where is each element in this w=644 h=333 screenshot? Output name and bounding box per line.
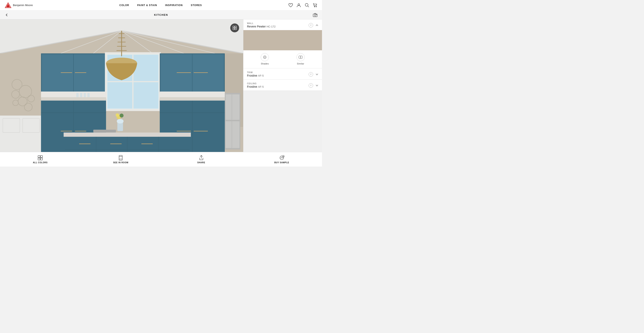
svg-rect-46: [41, 92, 106, 97]
similar-label: Similar: [297, 62, 304, 65]
wall-section-header[interactable]: WALL Revere Pewter HC-172 i: [243, 20, 322, 30]
back-button[interactable]: [4, 12, 10, 18]
svg-point-9: [316, 14, 317, 15]
kitchen-image: [0, 20, 243, 166]
wall-color-name: Revere Pewter HC-172: [247, 25, 276, 28]
user-icon[interactable]: [296, 3, 301, 8]
wall-info-button[interactable]: i: [309, 23, 313, 28]
wall-header-actions: i: [309, 23, 318, 28]
wall-section: WALL Revere Pewter HC-172 i: [243, 20, 322, 68]
svg-rect-107: [235, 26, 236, 28]
see-in-room-button[interactable]: SEE IN ROOM: [80, 155, 161, 164]
svg-rect-117: [40, 158, 42, 160]
trim-header-actions: i: [309, 72, 318, 76]
secondary-bar: KITCHEN: [0, 10, 322, 20]
trim-paint-name: Frostine: [247, 74, 257, 77]
logo-area[interactable]: Benjamin Moore: [5, 2, 33, 8]
right-panel: WALL Revere Pewter HC-172 i: [243, 20, 322, 166]
buy-sample-icon: [279, 155, 284, 160]
svg-rect-56: [226, 121, 240, 148]
similar-icon: [298, 55, 303, 59]
nav-paint-stain[interactable]: PAINT & STAIN: [137, 4, 157, 7]
svg-rect-106: [233, 26, 234, 28]
brand-name: Benjamin Moore: [13, 4, 33, 7]
trim-chevron-icon[interactable]: [316, 73, 318, 76]
brand-logo: [5, 2, 11, 8]
svg-rect-45: [41, 97, 106, 101]
svg-point-5: [314, 6, 315, 7]
similar-icon-wrapper: [296, 53, 304, 61]
svg-point-113: [300, 56, 302, 58]
ceiling-section-info: CEILING Frostine AF-5: [247, 82, 264, 88]
svg-rect-55: [226, 94, 240, 120]
svg-rect-52: [160, 97, 225, 101]
similar-action[interactable]: Similar: [296, 53, 304, 65]
trim-section: TRIM Frostine AF-5 i: [243, 68, 322, 79]
ceiling-section: CEILING Frostine AF-5 i: [243, 80, 322, 90]
svg-point-6: [316, 6, 316, 7]
svg-rect-71: [94, 130, 116, 132]
see-in-room-label: SEE IN ROOM: [113, 162, 128, 164]
search-icon[interactable]: [304, 3, 309, 8]
shades-icon: [263, 55, 267, 59]
wall-paint-code: HC-172: [266, 25, 276, 28]
wall-actions: Shades Similar: [243, 50, 322, 68]
trim-label: TRIM: [247, 71, 264, 74]
ceiling-info-button[interactable]: i: [309, 83, 313, 88]
share-icon: [199, 155, 204, 160]
ceiling-section-header[interactable]: CEILING Frostine AF-5 i: [243, 80, 322, 90]
grid-toggle-button[interactable]: [230, 24, 239, 32]
all-colors-button[interactable]: ALL COLORS: [0, 155, 80, 164]
all-colors-icon: [38, 155, 43, 160]
trim-paint-code: AF-5: [258, 74, 264, 77]
svg-point-2: [298, 4, 300, 5]
svg-line-4: [308, 6, 309, 7]
shades-action[interactable]: Shades: [261, 53, 269, 65]
svg-rect-109: [235, 28, 236, 30]
wall-label: WALL: [247, 22, 276, 24]
bottom-toolbar: ALL COLORS SEE IN ROOM SHARE: [0, 152, 322, 166]
room-area: [0, 20, 243, 166]
trim-info-button[interactable]: i: [309, 72, 313, 76]
camera-button[interactable]: [312, 12, 318, 18]
svg-point-101: [116, 113, 119, 117]
buy-sample-button[interactable]: BUY SAMPLE: [242, 155, 322, 164]
share-label: SHARE: [197, 162, 205, 164]
nav-stores[interactable]: STORES: [191, 4, 202, 7]
svg-point-98: [117, 119, 124, 124]
svg-rect-118: [119, 156, 122, 160]
share-button[interactable]: SHARE: [161, 155, 242, 164]
nav-color[interactable]: COLOR: [120, 4, 129, 7]
wall-paint-name: Revere Pewter: [247, 25, 266, 28]
top-nav: Benjamin Moore COLOR PAINT & STAIN INSPI…: [0, 0, 322, 10]
svg-rect-60: [64, 132, 191, 137]
ceiling-paint-code: AF-5: [258, 85, 264, 88]
shades-icon-wrapper: [261, 53, 269, 61]
svg-rect-104: [84, 93, 86, 97]
cart-icon[interactable]: [313, 3, 317, 8]
wall-color-swatch: [243, 30, 322, 50]
ceiling-color-name: Frostine AF-5: [247, 85, 264, 88]
grid-icon: [232, 26, 237, 30]
svg-point-8: [314, 14, 316, 16]
trim-section-info: TRIM Frostine AF-5: [247, 71, 264, 77]
ceiling-chevron-icon[interactable]: [316, 84, 318, 87]
svg-rect-53: [160, 92, 225, 97]
nav-icons: [288, 3, 317, 8]
page-title: KITCHEN: [154, 13, 168, 16]
trim-section-header[interactable]: TRIM Frostine AF-5 i: [243, 68, 322, 79]
ceiling-label: CEILING: [247, 82, 264, 85]
ceiling-header-actions: i: [309, 83, 318, 88]
heart-icon[interactable]: [288, 3, 293, 8]
svg-rect-108: [233, 28, 234, 30]
trim-color-name: Frostine AF-5: [247, 74, 264, 77]
see-in-room-icon: [118, 155, 123, 160]
wall-chevron-up-icon[interactable]: [316, 24, 318, 27]
svg-rect-114: [38, 156, 40, 158]
svg-rect-102: [76, 93, 79, 97]
buy-sample-label: BUY SAMPLE: [274, 162, 289, 164]
main-content: WALL Revere Pewter HC-172 i: [0, 20, 322, 166]
nav-inspiration[interactable]: INSPIRATION: [165, 4, 183, 7]
nav-links: COLOR PAINT & STAIN INSPIRATION STORES: [33, 4, 288, 7]
svg-rect-105: [87, 93, 90, 97]
